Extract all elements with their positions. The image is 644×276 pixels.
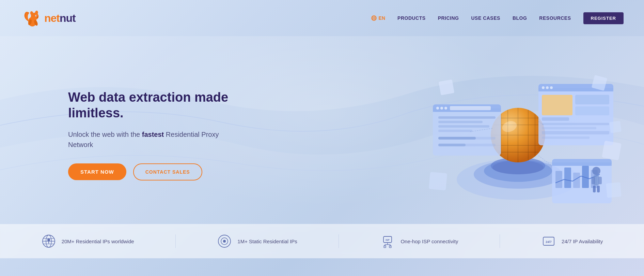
register-button[interactable]: REGISTER — [583, 12, 624, 24]
svg-rect-41 — [438, 125, 489, 128]
svg-rect-58 — [542, 127, 596, 129]
svg-rect-71 — [592, 177, 595, 184]
isp-connectivity-icon: ISP — [380, 234, 395, 249]
svg-rect-56 — [542, 117, 569, 121]
logo-text: netnut — [44, 12, 76, 25]
hero-buttons: START NOW CONTACT SALES — [68, 163, 245, 180]
svg-rect-40 — [438, 121, 483, 123]
svg-point-89 — [47, 238, 50, 241]
svg-rect-55 — [575, 106, 609, 115]
svg-rect-80 — [606, 182, 622, 198]
svg-rect-64 — [555, 171, 562, 188]
nav-products[interactable]: PRODUCTS — [397, 15, 426, 21]
svg-rect-39 — [438, 116, 496, 119]
stat-residential-text: 20M+ Residential IPs worldwide — [62, 238, 134, 245]
svg-rect-46 — [438, 144, 466, 146]
svg-rect-42 — [438, 130, 472, 132]
hero-section: Web data extraction made limitless. Unlo… — [0, 36, 644, 227]
svg-point-37 — [444, 107, 447, 110]
nav-links: EN PRODUCTS PRICING USE CASES BLOG RESOU… — [371, 12, 624, 24]
svg-rect-53 — [542, 95, 572, 115]
svg-rect-44 — [438, 137, 476, 140]
svg-rect-54 — [575, 95, 609, 104]
svg-rect-63 — [552, 162, 612, 166]
isometric-svg — [412, 53, 624, 217]
svg-rect-60 — [542, 136, 590, 139]
stat-divider-3 — [500, 234, 500, 248]
hero-subtitle: Unlock the web with the fastest Resident… — [68, 129, 245, 150]
svg-rect-38 — [450, 106, 491, 110]
svg-point-18 — [492, 161, 544, 174]
svg-point-52 — [550, 86, 553, 89]
svg-rect-72 — [598, 177, 602, 184]
svg-rect-65 — [564, 168, 571, 188]
svg-text:IP: IP — [223, 241, 225, 243]
subtitle-plain: Unlock the web with the — [68, 131, 142, 138]
static-ip-icon: IP — [217, 234, 232, 249]
contact-sales-button[interactable]: CONTACT SALES — [133, 163, 202, 180]
svg-rect-59 — [542, 131, 609, 134]
start-now-button[interactable]: START NOW — [68, 163, 126, 180]
nav-blog[interactable]: BLOG — [513, 15, 527, 21]
stat-divider-1 — [175, 234, 176, 248]
svg-point-35 — [436, 107, 439, 110]
stat-availability: 24/7 24/7 IP Availability — [541, 234, 603, 249]
logo-highlight: net — [44, 12, 60, 24]
stat-isp: ISP One-hop ISP connectivity — [380, 234, 458, 249]
nav-resources[interactable]: RESOURCES — [539, 15, 571, 21]
svg-rect-75 — [439, 79, 454, 95]
hero-illustration — [412, 53, 624, 217]
logo[interactable]: netnut — [20, 6, 76, 30]
nav-use-cases[interactable]: USE CASES — [471, 15, 500, 21]
logo-squirrel-icon — [20, 6, 44, 30]
stat-availability-text: 24/7 IP Availability — [562, 238, 603, 245]
svg-point-6 — [37, 17, 38, 18]
stat-static-text: 1M+ Static Residential IPs — [237, 238, 297, 245]
svg-rect-78 — [609, 121, 622, 133]
stat-divider-2 — [339, 234, 339, 248]
svg-rect-74 — [597, 186, 600, 192]
svg-text:24/7: 24/7 — [546, 240, 552, 244]
navbar: netnut EN PRODUCTS PRICING USE CASES BLO… — [0, 0, 644, 36]
svg-point-51 — [546, 86, 549, 89]
svg-rect-76 — [429, 172, 447, 190]
subtitle-bold: fastest — [142, 131, 164, 138]
svg-point-69 — [592, 167, 600, 175]
residential-ip-icon — [41, 234, 56, 249]
svg-text:ISP: ISP — [386, 239, 390, 241]
stats-bar: 20M+ Residential IPs worldwide IP 1M+ St… — [0, 224, 644, 258]
hero-title: Web data extraction made limitless. — [68, 90, 245, 121]
globe-nav-icon — [371, 15, 377, 21]
stat-isp-text: One-hop ISP connectivity — [400, 238, 458, 245]
svg-rect-73 — [593, 186, 596, 192]
language-selector[interactable]: EN — [371, 15, 385, 21]
svg-rect-57 — [542, 123, 609, 125]
stat-residential: 20M+ Residential IPs worldwide — [41, 234, 134, 249]
svg-point-5 — [36, 15, 36, 16]
stat-static: IP 1M+ Static Residential IPs — [217, 234, 297, 249]
availability-icon: 24/7 — [541, 234, 556, 249]
svg-point-36 — [440, 107, 443, 110]
isometric-scene — [412, 53, 624, 217]
lang-label: EN — [379, 15, 385, 21]
svg-rect-79 — [602, 141, 622, 160]
svg-point-50 — [542, 86, 545, 89]
hero-content: Web data extraction made limitless. Unlo… — [68, 90, 245, 180]
nav-pricing[interactable]: PRICING — [438, 15, 459, 21]
